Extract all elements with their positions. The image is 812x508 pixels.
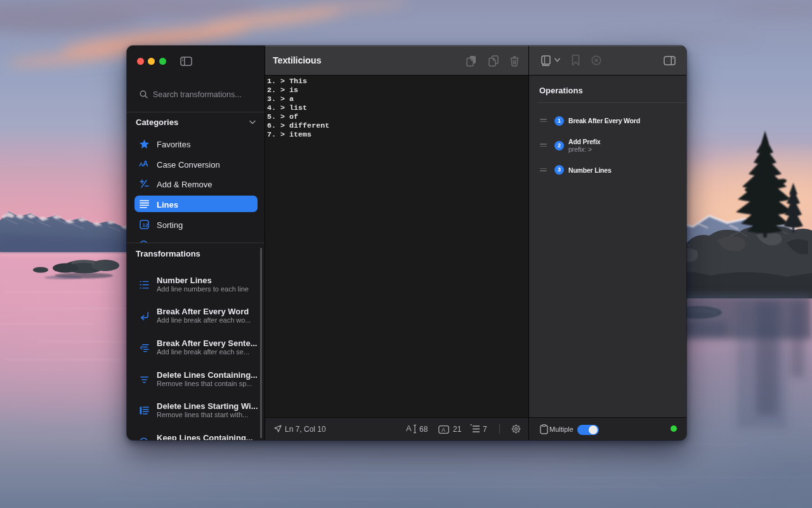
svg-text:': ': [470, 424, 472, 431]
svg-text:A: A: [442, 427, 445, 433]
svg-text:12: 12: [143, 222, 148, 227]
